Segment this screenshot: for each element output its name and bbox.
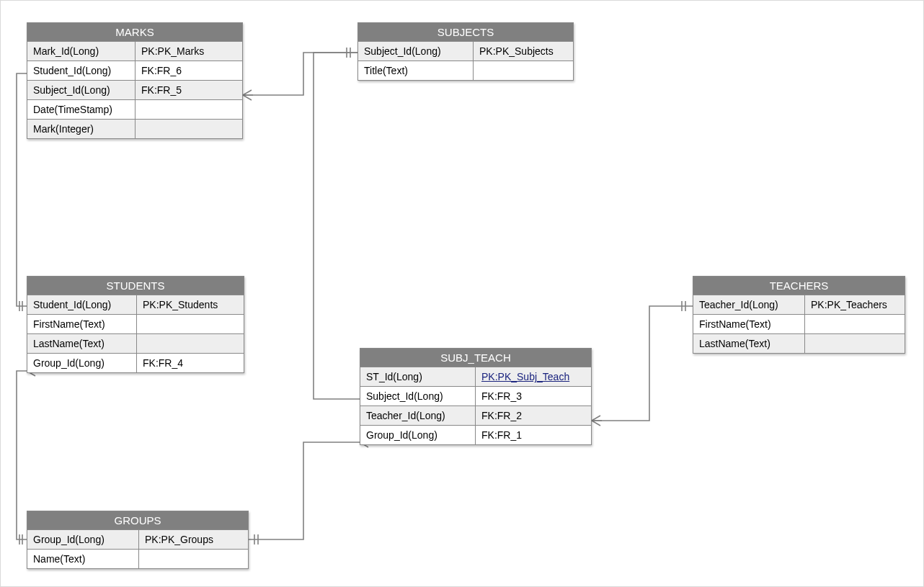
col-key [805, 334, 905, 353]
col-key [805, 315, 905, 333]
rel-marks-students [17, 73, 27, 306]
col-key: PK:PK_Teachers [805, 295, 905, 314]
col-key [139, 550, 248, 568]
table-row: Name(Text) [27, 549, 248, 568]
col-name: Subject_Id(Long) [27, 81, 136, 99]
col-key: PK:PK_Subjects [474, 42, 573, 61]
col-key: FK:FR_6 [136, 61, 242, 80]
table-row: Subject_Id(Long) FK:FR_5 [27, 80, 242, 99]
entity-subjects: SUBJECTS Subject_Id(Long) PK:PK_Subjects… [357, 22, 574, 81]
col-name: Student_Id(Long) [27, 295, 137, 314]
rel-subjteach-groups [249, 442, 360, 539]
col-name: LastName(Text) [27, 334, 137, 353]
entity-students-title: STUDENTS [27, 277, 244, 295]
col-name: FirstName(Text) [27, 315, 137, 333]
col-name: Mark_Id(Long) [27, 42, 136, 61]
col-name: Student_Id(Long) [27, 61, 136, 80]
col-key: FK:FR_2 [476, 406, 591, 425]
col-name: Group_Id(Long) [27, 354, 137, 372]
table-row: Subject_Id(Long) PK:PK_Subjects [358, 41, 573, 61]
col-key [136, 120, 242, 138]
col-key [137, 334, 244, 353]
rel-students-groups [17, 371, 27, 539]
table-row: Group_Id(Long) PK:PK_Groups [27, 529, 248, 549]
table-row: Title(Text) [358, 61, 573, 80]
col-name: Group_Id(Long) [27, 530, 139, 549]
entity-marks: MARKS Mark_Id(Long) PK:PK_Marks Student_… [27, 22, 243, 139]
col-name: Title(Text) [358, 61, 474, 80]
col-name: Name(Text) [27, 550, 139, 568]
col-key: PK:PK_Marks [136, 42, 242, 61]
table-row: LastName(Text) [693, 333, 905, 353]
col-key: FK:FR_5 [136, 81, 242, 99]
table-row: Group_Id(Long) FK:FR_1 [360, 425, 591, 444]
col-name: Subject_Id(Long) [360, 387, 476, 405]
col-name: ST_Id(Long) [360, 367, 476, 386]
col-name: FirstName(Text) [693, 315, 805, 333]
entity-subj-teach: SUBJ_TEACH ST_Id(Long) PK:PK_Subj_Teach … [360, 348, 592, 445]
col-key: FK:FR_4 [137, 354, 244, 372]
col-key: PK:PK_Subj_Teach [476, 367, 591, 386]
table-row: Subject_Id(Long) FK:FR_3 [360, 386, 591, 405]
table-row: Student_Id(Long) FK:FR_6 [27, 61, 242, 80]
rel-marks-subjects [243, 53, 357, 95]
table-row: Group_Id(Long) FK:FR_4 [27, 353, 244, 372]
rel-subjteach-subjects [314, 53, 360, 399]
table-row: FirstName(Text) [27, 314, 244, 333]
entity-teachers: TEACHERS Teacher_Id(Long) PK:PK_Teachers… [693, 276, 905, 354]
entity-groups-title: GROUPS [27, 511, 248, 529]
col-key [474, 61, 573, 80]
entity-subjects-title: SUBJECTS [358, 23, 573, 41]
col-name: Group_Id(Long) [360, 426, 476, 444]
entity-subj-teach-title: SUBJ_TEACH [360, 349, 591, 367]
table-row: Teacher_Id(Long) FK:FR_2 [360, 405, 591, 425]
table-row: LastName(Text) [27, 333, 244, 353]
col-name: Date(TimeStamp) [27, 100, 136, 119]
table-row: FirstName(Text) [693, 314, 905, 333]
col-name: Teacher_Id(Long) [360, 406, 476, 425]
col-key [136, 100, 242, 119]
erd-canvas: MARKS Mark_Id(Long) PK:PK_Marks Student_… [0, 0, 924, 587]
entity-marks-title: MARKS [27, 23, 242, 41]
col-key: FK:FR_1 [476, 426, 591, 444]
table-row: ST_Id(Long) PK:PK_Subj_Teach [360, 367, 591, 386]
entity-teachers-title: TEACHERS [693, 277, 905, 295]
col-key [137, 315, 244, 333]
col-name: LastName(Text) [693, 334, 805, 353]
entity-students: STUDENTS Student_Id(Long) PK:PK_Students… [27, 276, 244, 373]
col-name: Mark(Integer) [27, 120, 136, 138]
table-row: Student_Id(Long) PK:PK_Students [27, 295, 244, 314]
table-row: Mark_Id(Long) PK:PK_Marks [27, 41, 242, 61]
col-name: Teacher_Id(Long) [693, 295, 805, 314]
col-key: FK:FR_3 [476, 387, 591, 405]
table-row: Date(TimeStamp) [27, 99, 242, 119]
col-key: PK:PK_Groups [139, 530, 248, 549]
entity-groups: GROUPS Group_Id(Long) PK:PK_Groups Name(… [27, 511, 249, 569]
table-row: Teacher_Id(Long) PK:PK_Teachers [693, 295, 905, 314]
col-key: PK:PK_Students [137, 295, 244, 314]
table-row: Mark(Integer) [27, 119, 242, 138]
rel-subjteach-teachers [592, 306, 693, 421]
col-name: Subject_Id(Long) [358, 42, 474, 61]
